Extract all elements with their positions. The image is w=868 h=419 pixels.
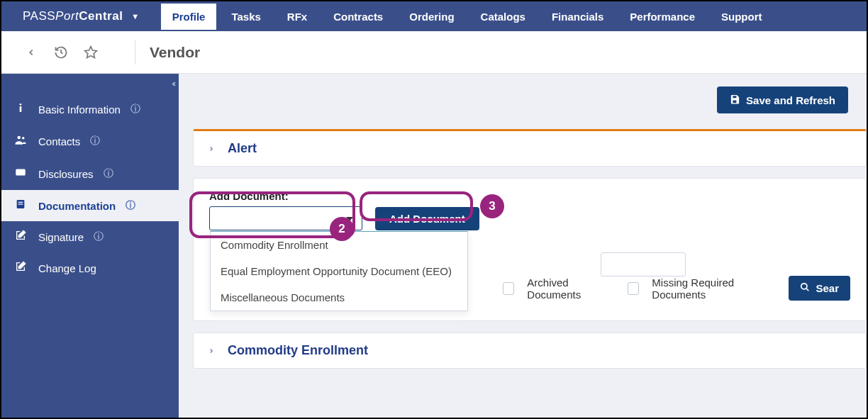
- add-document-button[interactable]: Add Document: [375, 207, 479, 230]
- divider: [135, 40, 135, 65]
- svg-rect-2: [20, 106, 22, 112]
- nav-support[interactable]: Support: [710, 4, 774, 30]
- chevron-right-icon: [208, 143, 215, 155]
- nav-performance[interactable]: Performance: [618, 4, 706, 30]
- missing-checkbox[interactable]: [628, 282, 639, 295]
- dropdown-option-commodity[interactable]: Commodity Enrollment: [211, 232, 467, 258]
- missing-label: Missing Required Documents: [652, 276, 776, 301]
- sidebar-item-basic-info[interactable]: Basic Information ⓘ: [1, 94, 179, 125]
- documentation-panel: Add Document: Commodity Enrollment Equal…: [193, 178, 867, 321]
- sidebar-item-documentation[interactable]: Documentation ⓘ: [1, 190, 179, 221]
- top-nav: Profile Tasks RFx Contracts Ordering Cat…: [161, 4, 774, 30]
- panel-title: Alert: [228, 141, 257, 156]
- svg-line-10: [806, 289, 809, 291]
- chevron-right-icon: [208, 345, 215, 357]
- sidebar-item-label: Signature: [38, 231, 84, 243]
- svg-point-3: [18, 136, 21, 140]
- sidebar-item-label: Basic Information: [38, 104, 121, 116]
- main-content: Save and Refresh Alert Add Document:: [179, 74, 867, 418]
- info-circle-icon: ⓘ: [90, 135, 100, 147]
- action-bar: Save and Refresh: [179, 74, 867, 121]
- archived-label: Archived Documents: [527, 276, 615, 301]
- alert-panel-header[interactable]: Alert: [194, 131, 866, 166]
- sidebar-item-label: Documentation: [38, 200, 116, 212]
- edit-icon: [13, 261, 28, 275]
- svg-rect-7: [18, 202, 23, 203]
- nav-contracts[interactable]: Contracts: [322, 4, 394, 30]
- info-circle-icon: ⓘ: [130, 103, 140, 116]
- nav-profile[interactable]: Profile: [161, 4, 217, 30]
- nav-ordering[interactable]: Ordering: [398, 4, 465, 30]
- search-icon: [800, 282, 810, 294]
- archived-checkbox[interactable]: [503, 282, 514, 295]
- sidebar: ‹‹ Basic Information ⓘ Contacts ⓘ D: [1, 74, 179, 418]
- commodity-panel-header[interactable]: Commodity Enrollment: [194, 333, 866, 368]
- svg-rect-5: [16, 169, 26, 176]
- nav-financials[interactable]: Financials: [540, 4, 615, 30]
- edit-icon: [13, 230, 28, 244]
- dropdown-option-misc[interactable]: Miscellaneous Documents: [211, 284, 467, 311]
- info-circle-icon: ⓘ: [104, 167, 113, 180]
- document-type-dropdown-menu: Commodity Enrollment Equal Employment Op…: [210, 231, 468, 311]
- sidebar-item-disclosures[interactable]: Disclosures ⓘ: [1, 157, 179, 190]
- info-circle-icon: ⓘ: [126, 199, 135, 212]
- card-icon: [13, 166, 28, 181]
- panel-title: Commodity Enrollment: [228, 343, 368, 358]
- nav-catalogs[interactable]: Catalogs: [469, 4, 537, 30]
- brand-central: Central: [79, 9, 123, 23]
- brand-pass: PASS: [23, 9, 55, 23]
- save-and-refresh-button[interactable]: Save and Refresh: [717, 86, 848, 113]
- svg-point-4: [22, 137, 24, 139]
- search-button[interactable]: Sear: [789, 276, 850, 301]
- nav-tasks[interactable]: Tasks: [220, 4, 272, 30]
- brand[interactable]: PASSPortCentral ▼: [23, 9, 161, 23]
- sidebar-item-contacts[interactable]: Contacts ⓘ: [1, 125, 179, 157]
- button-label: Save and Refresh: [746, 94, 835, 106]
- sidebar-item-change-log[interactable]: Change Log: [1, 252, 179, 284]
- svg-point-9: [801, 284, 807, 289]
- svg-rect-8: [18, 203, 23, 204]
- page-title: Vendor: [150, 44, 200, 61]
- dropdown-option-eeo[interactable]: Equal Employment Opportunity Document (E…: [211, 258, 467, 284]
- document-type-dropdown[interactable]: Commodity Enrollment Equal Employment Op…: [209, 206, 362, 230]
- nav-rfx[interactable]: RFx: [276, 4, 318, 30]
- history-icon[interactable]: [52, 44, 69, 61]
- top-nav-bar: PASSPortCentral ▼ Profile Tasks RFx Cont…: [1, 1, 867, 31]
- button-label: Add Document: [389, 213, 465, 225]
- sidebar-item-label: Change Log: [38, 262, 96, 274]
- add-document-label: Add Document:: [209, 190, 850, 202]
- sidebar-item-signature[interactable]: Signature ⓘ: [1, 221, 179, 252]
- filter-input[interactable]: [601, 252, 686, 276]
- info-circle-icon: ⓘ: [94, 230, 104, 243]
- alert-panel: Alert: [193, 129, 867, 167]
- button-label: Sear: [816, 282, 839, 294]
- svg-point-1: [20, 104, 22, 106]
- brand-caret-icon[interactable]: ▼: [131, 12, 139, 21]
- back-icon[interactable]: [23, 44, 40, 61]
- sidebar-item-label: Disclosures: [38, 168, 94, 180]
- brand-port: Port: [55, 9, 79, 23]
- svg-marker-0: [85, 46, 97, 57]
- book-icon: [13, 199, 28, 213]
- info-solid-icon: [13, 102, 28, 116]
- users-icon: [13, 133, 28, 149]
- sub-bar: Vendor: [1, 31, 867, 74]
- save-icon: [730, 94, 740, 106]
- sidebar-item-label: Contacts: [38, 135, 80, 147]
- commodity-enrollment-panel: Commodity Enrollment: [193, 333, 867, 369]
- star-icon[interactable]: [82, 44, 99, 61]
